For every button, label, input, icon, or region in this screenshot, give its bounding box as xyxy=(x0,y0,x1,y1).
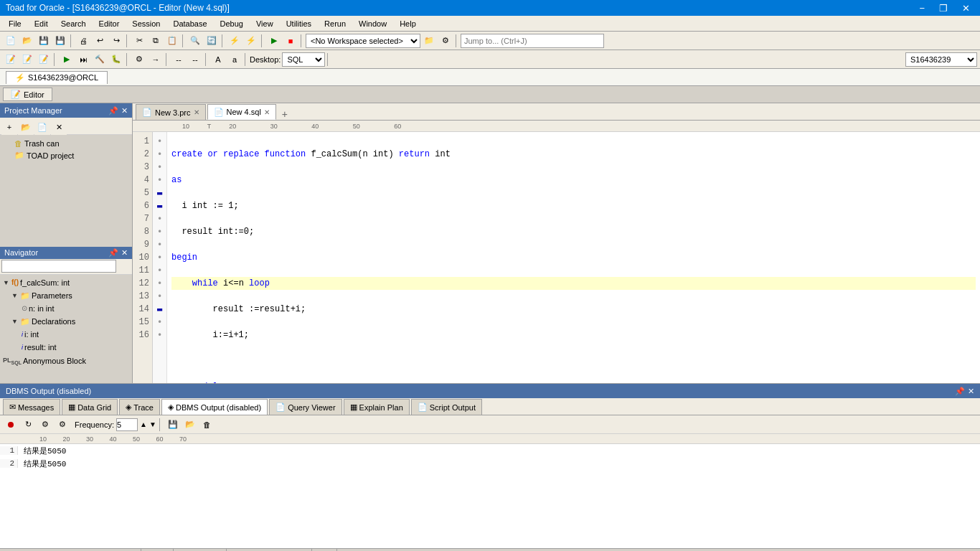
exec-btn[interactable]: ▶ xyxy=(59,52,75,67)
gutter-14[interactable]: ▬ xyxy=(154,303,165,316)
pm-delete-btn[interactable]: ✕ xyxy=(51,119,67,135)
menu-utilities[interactable]: Utilities xyxy=(281,18,317,29)
run-button[interactable]: ▶ xyxy=(266,33,282,49)
connection-tab-oracle[interactable]: ⚡ S16436239@ORCL xyxy=(6,71,108,84)
nav-close-icon[interactable]: ✕ xyxy=(121,248,128,258)
menu-file[interactable]: File xyxy=(3,18,27,29)
workspace-select[interactable]: <No Workspace selected> xyxy=(306,34,420,48)
pm-pin-icon[interactable]: 📌 xyxy=(108,106,118,116)
compile-btn[interactable]: 🔨 xyxy=(92,52,108,67)
menu-database[interactable]: Database xyxy=(167,18,212,29)
tab-query-viewer[interactable]: 📄 Query Viewer xyxy=(269,399,341,415)
dbms-open-btn[interactable]: 📂 xyxy=(182,417,198,433)
cut-button[interactable]: ✂ xyxy=(131,33,147,49)
tab-explain-plan[interactable]: ▦ Explain Plan xyxy=(344,399,410,415)
pm-add-btn[interactable]: 📂 xyxy=(18,119,34,135)
nav-pin-icon[interactable]: 📌 xyxy=(108,248,118,258)
uncomment-btn[interactable]: -- xyxy=(187,52,203,67)
print-button[interactable]: 🖨 xyxy=(75,33,91,49)
bottom-pin-icon[interactable]: 📌 xyxy=(955,387,965,396)
tab-datagrid[interactable]: ▦ Data Grid xyxy=(62,399,118,415)
tab-dbms-output[interactable]: ◈ DBMS Output (disabled) xyxy=(161,399,268,415)
dbms-settings-btn[interactable]: ⚙ xyxy=(37,417,53,433)
desktop-select[interactable]: SQL xyxy=(282,52,325,67)
workspace-btn1[interactable]: 📁 xyxy=(421,33,437,49)
tab3-close[interactable]: ✕ xyxy=(194,108,199,116)
indent-btn[interactable]: → xyxy=(148,52,164,67)
user-select[interactable]: S16436239 xyxy=(905,52,977,67)
pm-new-btn[interactable]: + xyxy=(1,119,17,135)
tab-add-button[interactable]: + xyxy=(278,108,292,120)
edit-btn3[interactable]: 📝 xyxy=(36,52,52,67)
nav-item-n[interactable]: ⊙ n: in int xyxy=(1,302,131,315)
nav-item-i[interactable]: i i: int xyxy=(1,328,131,341)
upper-btn[interactable]: A xyxy=(210,52,226,67)
menu-edit[interactable]: Edit xyxy=(29,18,54,29)
save-all-button[interactable]: 💾 xyxy=(52,33,68,49)
tab-script-output[interactable]: 📄 Script Output xyxy=(411,399,482,415)
nav-item-anon[interactable]: PLSQL Anonymous Block xyxy=(1,354,131,369)
menu-window[interactable]: Window xyxy=(353,18,392,29)
menu-view[interactable]: View xyxy=(250,18,279,29)
code-text-area[interactable]: create or replace function f_calcSum(n i… xyxy=(167,132,980,383)
paste-button[interactable]: 📋 xyxy=(164,33,180,49)
dbms-save-btn[interactable]: 💾 xyxy=(165,417,181,433)
pm-file-btn[interactable]: 📄 xyxy=(34,119,50,135)
jump-to-input[interactable] xyxy=(461,34,604,48)
edit-btn1[interactable]: 📝 xyxy=(3,52,19,67)
restore-button[interactable]: ❐ xyxy=(935,3,952,14)
nav-item-decls[interactable]: ▼ 📁 Declarations xyxy=(1,315,131,328)
copy-button[interactable]: ⧉ xyxy=(148,33,164,49)
tree-item-toad-project[interactable]: 📁 TOAD project xyxy=(3,149,129,161)
dbms-clear-btn[interactable]: 🗑 xyxy=(199,417,215,433)
line-numbers: 1 2 3 4 5 6 7 8 9 10 11 12 13 14 15 16 xyxy=(133,132,153,383)
dbms-refresh-btn[interactable]: ↻ xyxy=(20,417,36,433)
exec-step-btn[interactable]: ⏭ xyxy=(75,52,91,67)
menu-session[interactable]: Session xyxy=(126,18,166,29)
pm-close-icon[interactable]: ✕ xyxy=(121,106,128,116)
minimize-button[interactable]: − xyxy=(915,3,929,14)
tab4-close[interactable]: ✕ xyxy=(264,108,270,116)
menu-debug[interactable]: Debug xyxy=(215,18,249,29)
freq-down[interactable]: ▼ xyxy=(149,420,156,428)
menu-help[interactable]: Help xyxy=(394,18,422,29)
tab-new3prc[interactable]: 📄 New 3.prc ✕ xyxy=(136,104,206,120)
redo-button[interactable]: ↪ xyxy=(108,33,124,49)
gutter-5[interactable]: ▬ xyxy=(154,187,165,199)
stop-button[interactable]: ■ xyxy=(283,33,298,49)
nav-item-result[interactable]: i result: int xyxy=(1,341,131,354)
nav-search-input[interactable] xyxy=(1,260,116,273)
menu-rerun[interactable]: Rerun xyxy=(319,18,352,29)
open-button[interactable]: 📂 xyxy=(19,33,35,49)
dbms-stop-btn[interactable] xyxy=(3,417,19,433)
workspace-btn2[interactable]: ⚙ xyxy=(438,33,453,49)
debug-btn[interactable]: 🐛 xyxy=(108,52,124,67)
lower-btn[interactable]: a xyxy=(227,52,242,67)
gutter-6[interactable]: ▬ xyxy=(154,199,165,212)
menu-search[interactable]: Search xyxy=(55,18,92,29)
tab-messages[interactable]: ✉ Messages xyxy=(3,399,60,415)
nav-item-fcalcsum[interactable]: ▼ f() f_calcSum: int xyxy=(1,276,131,289)
disconnect-button[interactable]: ⚡ xyxy=(243,33,259,49)
format-btn[interactable]: ⚙ xyxy=(131,52,147,67)
replace-button[interactable]: 🔄 xyxy=(204,33,220,49)
frequency-input[interactable] xyxy=(116,418,138,431)
new-button[interactable]: 📄 xyxy=(3,33,19,49)
menu-editor[interactable]: Editor xyxy=(93,18,126,29)
nav-item-params[interactable]: ▼ 📁 Parameters xyxy=(1,289,131,302)
tab-trace[interactable]: ◈ Trace xyxy=(119,399,160,415)
find-button[interactable]: 🔍 xyxy=(187,33,203,49)
save-button[interactable]: 💾 xyxy=(36,33,52,49)
output-row-1: 1 结果是5050 xyxy=(0,444,980,457)
bottom-close-icon[interactable]: ✕ xyxy=(968,387,974,396)
freq-up[interactable]: ▲ xyxy=(140,420,147,428)
undo-button[interactable]: ↩ xyxy=(92,33,108,49)
tree-item-trash[interactable]: 🗑 Trash can xyxy=(3,138,129,149)
edit-btn2[interactable]: 📝 xyxy=(19,52,35,67)
editor-tab-item[interactable]: 📝 Editor xyxy=(3,88,52,101)
connect-button[interactable]: ⚡ xyxy=(227,33,242,49)
comment-btn[interactable]: -- xyxy=(171,52,187,67)
close-button[interactable]: ✕ xyxy=(958,3,974,14)
tab-new4sql[interactable]: 📄 New 4.sql ✕ xyxy=(207,104,276,120)
dbms-settings2-btn[interactable]: ⚙ xyxy=(55,417,70,433)
